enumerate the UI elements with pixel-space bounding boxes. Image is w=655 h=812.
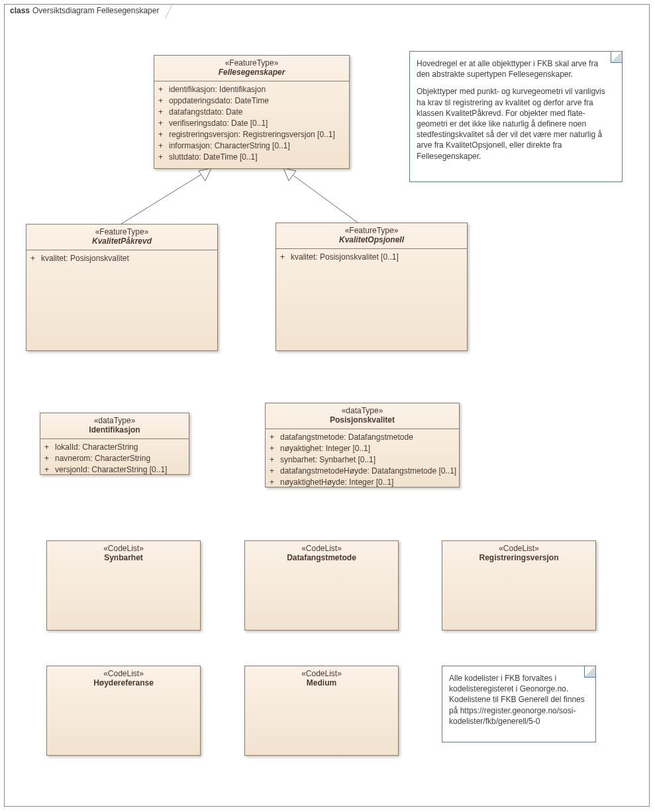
attribute: nøyaktighet: Integer [0..1] bbox=[280, 443, 370, 454]
visibility: + bbox=[270, 454, 280, 466]
frame-title: Oversiktsdiagram Fellesegenskaper bbox=[32, 6, 159, 15]
class-name: Identifikasjon bbox=[44, 425, 185, 434]
attribute: navnerom: CharacterString bbox=[55, 453, 150, 464]
note-top: Hovedregel er at alle objekttyper i FKB … bbox=[409, 51, 623, 182]
class-header: «CodeList» Registreringsversjon bbox=[442, 541, 595, 566]
visibility: + bbox=[44, 464, 55, 476]
attribute: datafangstdato: Date bbox=[169, 107, 242, 118]
class-header: «CodeList» Synbarhet bbox=[47, 541, 200, 566]
visibility: + bbox=[158, 84, 169, 95]
attribute-row: +lokalId: CharacterString bbox=[44, 442, 185, 453]
class-name: KvalitetOpsjonell bbox=[280, 235, 463, 244]
stereotype: «CodeList» bbox=[249, 669, 394, 678]
attribute-row: +kvalitet: Posisjonskvalitet bbox=[30, 253, 213, 264]
attribute: lokalId: CharacterString bbox=[55, 442, 138, 453]
attribute-row: +datafangstmetode: Datafangstmetode bbox=[270, 432, 455, 443]
visibility: + bbox=[270, 432, 280, 443]
diagram-canvas: class Oversiktsdiagram Fellesegenskaper … bbox=[0, 0, 655, 812]
attributes: +kvalitet: Posisjonskvalitet bbox=[26, 250, 217, 267]
note-bottom: Alle kodelister i FKB forvaltes i kodeli… bbox=[442, 666, 596, 742]
attribute-row: +oppdateringsdato: DateTime bbox=[158, 95, 345, 107]
diagram-frame-tab: class Oversiktsdiagram Fellesegenskaper bbox=[4, 4, 166, 17]
class-header: «FeatureType» KvalitetOpsjonell bbox=[276, 223, 467, 249]
class-name: Posisjonskvalitet bbox=[270, 415, 455, 425]
stereotype: «CodeList» bbox=[446, 544, 591, 553]
class-datafangstmetode: «CodeList» Datafangstmetode bbox=[244, 540, 399, 631]
visibility: + bbox=[30, 253, 41, 264]
visibility: + bbox=[158, 107, 169, 118]
note-fold-icon bbox=[584, 666, 595, 678]
attribute: synbarhet: Synbarhet [0..1] bbox=[280, 454, 376, 466]
stereotype: «FeatureType» bbox=[158, 58, 345, 68]
visibility: + bbox=[158, 129, 169, 140]
attribute-row: +navnerom: CharacterString bbox=[44, 453, 185, 464]
attribute: versjonId: CharacterString [0..1] bbox=[55, 464, 167, 476]
note-text: Alle kodelister i FKB forvaltes i kodeli… bbox=[449, 673, 586, 727]
class-header: «CodeList» Medium bbox=[245, 666, 398, 691]
attribute-row: +sluttdato: DateTime [0..1] bbox=[158, 152, 345, 163]
class-kvalitet-opsjonell: «FeatureType» KvalitetOpsjonell +kvalite… bbox=[276, 223, 468, 351]
class-name: KvalitetPåkrevd bbox=[30, 236, 213, 246]
attribute: kvalitet: Posisjonskvalitet bbox=[41, 253, 129, 264]
class-identifikasjon: «dataType» Identifikasjon +lokalId: Char… bbox=[40, 413, 189, 475]
visibility: + bbox=[158, 118, 169, 129]
attributes: +kvalitet: Posisjonskvalitet [0..1] bbox=[276, 249, 467, 266]
attribute-row: +versjonId: CharacterString [0..1] bbox=[44, 464, 185, 476]
visibility: + bbox=[280, 252, 291, 263]
frame-keyword: class bbox=[10, 6, 30, 15]
visibility: + bbox=[158, 95, 169, 107]
attributes: +datafangstmetode: Datafangstmetode +nøy… bbox=[266, 429, 459, 491]
note-text: Hovedregel er at alle objekttyper i FKB … bbox=[417, 58, 613, 79]
attribute: identifikasjon: Identifikasjon bbox=[169, 84, 266, 95]
class-header: «FeatureType» Fellesegenskaper bbox=[154, 56, 349, 81]
attribute-row: +informasjon: CharacterString [0..1] bbox=[158, 140, 345, 152]
attribute-row: +verifiseringsdato: Date [0..1] bbox=[158, 118, 345, 129]
attribute-row: +datafangstdato: Date bbox=[158, 107, 345, 118]
class-name: Fellesegenskaper bbox=[158, 68, 345, 77]
attribute: kvalitet: Posisjonskvalitet [0..1] bbox=[291, 252, 399, 263]
visibility: + bbox=[44, 453, 55, 464]
attribute: informasjon: CharacterString [0..1] bbox=[169, 140, 290, 152]
visibility: + bbox=[158, 152, 169, 163]
visibility: + bbox=[270, 477, 280, 488]
class-registreringsversjon: «CodeList» Registreringsversjon bbox=[442, 540, 596, 631]
attribute-row: +kvalitet: Posisjonskvalitet [0..1] bbox=[280, 252, 463, 263]
attribute: verifiseringsdato: Date [0..1] bbox=[169, 118, 268, 129]
attributes: +lokalId: CharacterString +navnerom: Cha… bbox=[40, 439, 189, 478]
stereotype: «dataType» bbox=[44, 416, 185, 425]
class-name: Høydereferanse bbox=[51, 678, 196, 687]
note-fold-icon bbox=[611, 52, 622, 63]
stereotype: «FeatureType» bbox=[30, 227, 213, 236]
stereotype: «CodeList» bbox=[51, 544, 196, 553]
class-kvalitet-pakrevd: «FeatureType» KvalitetPåkrevd +kvalitet:… bbox=[26, 224, 218, 351]
attribute: datafangstmetodeHøyde: Datafangstmetode … bbox=[280, 466, 456, 477]
class-name: Medium bbox=[249, 678, 394, 687]
note-text: Objekttyper med punkt- og kurvegeometri … bbox=[417, 86, 613, 161]
class-name: Datafangstmetode bbox=[249, 553, 394, 562]
attribute: datafangstmetode: Datafangstmetode bbox=[280, 432, 413, 443]
class-hoydereferanse: «CodeList» Høydereferanse bbox=[46, 666, 201, 756]
stereotype: «FeatureType» bbox=[280, 226, 463, 235]
class-header: «dataType» Identifikasjon bbox=[40, 413, 189, 439]
attribute: registreringsversjon: Registreringsversj… bbox=[169, 129, 335, 140]
visibility: + bbox=[270, 466, 280, 477]
visibility: + bbox=[158, 140, 169, 152]
class-header: «FeatureType» KvalitetPåkrevd bbox=[26, 225, 217, 250]
stereotype: «CodeList» bbox=[51, 669, 196, 678]
attributes: +identifikasjon: Identifikasjon +oppdate… bbox=[154, 81, 349, 166]
class-name: Registreringsversjon bbox=[446, 553, 591, 562]
stereotype: «dataType» bbox=[270, 406, 455, 415]
attribute-row: +datafangstmetodeHøyde: Datafangstmetode… bbox=[270, 466, 455, 477]
class-fellesegenskaper: «FeatureType» Fellesegenskaper +identifi… bbox=[154, 55, 350, 169]
attribute-row: +nøyaktighetHøyde: Integer [0..1] bbox=[270, 477, 455, 488]
class-name: Synbarhet bbox=[51, 553, 196, 562]
class-header: «dataType» Posisjonskvalitet bbox=[266, 403, 459, 429]
attribute-row: +synbarhet: Synbarhet [0..1] bbox=[270, 454, 455, 466]
class-header: «CodeList» Datafangstmetode bbox=[245, 541, 398, 566]
attribute-row: +nøyaktighet: Integer [0..1] bbox=[270, 443, 455, 454]
attribute-row: +registreringsversjon: Registreringsvers… bbox=[158, 129, 345, 140]
stereotype: «CodeList» bbox=[249, 544, 394, 553]
class-synbarhet: «CodeList» Synbarhet bbox=[46, 540, 201, 631]
class-header: «CodeList» Høydereferanse bbox=[47, 666, 200, 691]
attribute: nøyaktighetHøyde: Integer [0..1] bbox=[280, 477, 393, 488]
